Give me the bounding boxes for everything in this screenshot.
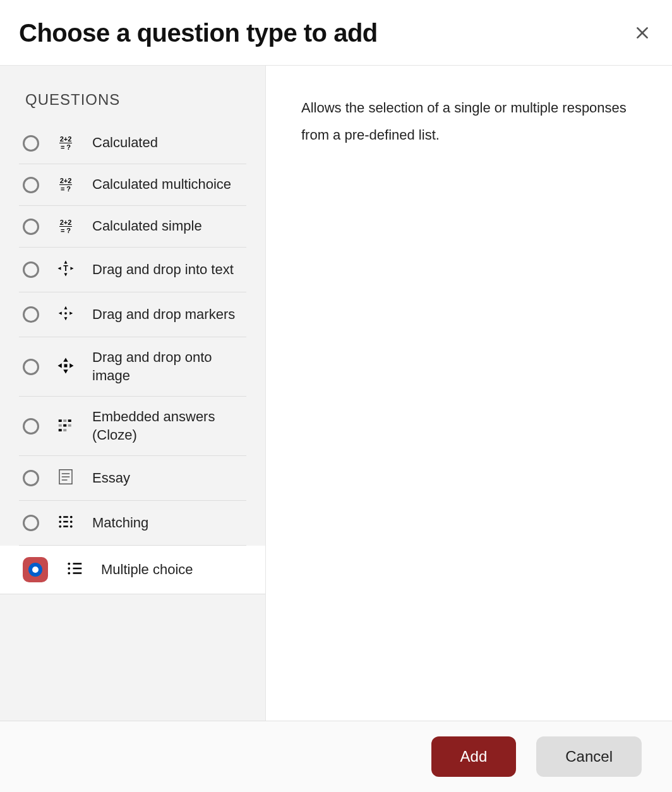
radio-multichoice[interactable] bbox=[23, 557, 48, 582]
svg-rect-43 bbox=[73, 573, 82, 575]
question-type-panel[interactable]: QUESTIONS 2+2= ?Calculated2+2= ?Calculat… bbox=[0, 66, 265, 721]
qtype-option-ddwtos[interactable]: TDrag and drop into text bbox=[19, 248, 246, 292]
radio-ddwtos[interactable] bbox=[23, 261, 39, 278]
radio-match[interactable] bbox=[23, 515, 39, 531]
svg-rect-16 bbox=[64, 364, 68, 367]
mc-icon bbox=[62, 559, 87, 580]
qtype-label: Calculated multichoice bbox=[92, 176, 231, 194]
svg-rect-23 bbox=[59, 429, 62, 431]
svg-marker-3 bbox=[64, 261, 68, 264]
svg-marker-12 bbox=[63, 357, 68, 361]
svg-rect-37 bbox=[63, 526, 68, 528]
radio-calculated[interactable] bbox=[23, 135, 39, 152]
cancel-button[interactable]: Cancel bbox=[536, 736, 642, 777]
svg-rect-17 bbox=[59, 419, 62, 422]
svg-point-11 bbox=[64, 312, 67, 315]
svg-marker-4 bbox=[64, 273, 68, 277]
dialog-header: Choose a question type to add bbox=[0, 0, 672, 66]
dialog-footer: Add Cancel bbox=[0, 721, 672, 792]
radio-multianswer[interactable] bbox=[23, 418, 39, 435]
svg-marker-13 bbox=[63, 369, 68, 373]
svg-rect-41 bbox=[73, 563, 82, 565]
svg-point-34 bbox=[70, 525, 73, 528]
svg-rect-36 bbox=[63, 521, 68, 523]
svg-rect-22 bbox=[68, 424, 71, 427]
qtype-option-multianswer[interactable]: Embedded answers (Cloze) bbox=[19, 397, 246, 456]
radio-essay[interactable] bbox=[23, 470, 39, 486]
qtype-label: Matching bbox=[92, 514, 148, 532]
qtype-label: Drag and drop into text bbox=[92, 261, 234, 279]
qtype-option-ddimageortext[interactable]: Drag and drop onto image bbox=[19, 337, 246, 397]
svg-marker-6 bbox=[71, 267, 74, 270]
dragimg-icon bbox=[53, 356, 78, 378]
question-type-list: 2+2= ?Calculated2+2= ?Calculated multich… bbox=[0, 123, 265, 594]
qtype-option-calculated[interactable]: 2+2= ?Calculated bbox=[19, 123, 246, 164]
svg-marker-9 bbox=[59, 312, 62, 315]
svg-point-40 bbox=[68, 572, 70, 575]
svg-rect-19 bbox=[68, 419, 71, 422]
dragtext-icon: T bbox=[53, 259, 78, 280]
svg-rect-35 bbox=[63, 517, 68, 519]
radio-calculatedsimple[interactable] bbox=[23, 219, 39, 235]
qtype-label: Calculated bbox=[92, 134, 158, 152]
radio-ddimageortext[interactable] bbox=[23, 359, 39, 375]
svg-point-29 bbox=[59, 516, 61, 519]
svg-marker-8 bbox=[64, 317, 68, 320]
svg-marker-14 bbox=[58, 363, 62, 368]
qtype-label: Calculated simple bbox=[92, 217, 202, 236]
essay-icon bbox=[53, 467, 78, 489]
qtype-option-essay[interactable]: Essay bbox=[19, 456, 246, 501]
calc-icon: 2+2= ? bbox=[53, 219, 78, 234]
cloze-icon bbox=[53, 416, 78, 437]
svg-rect-21 bbox=[63, 424, 66, 427]
svg-point-39 bbox=[68, 568, 70, 570]
svg-point-38 bbox=[68, 563, 70, 565]
qtype-option-match[interactable]: Matching bbox=[19, 501, 246, 546]
qtype-label: Multiple choice bbox=[101, 561, 193, 579]
question-type-description: Allows the selection of a single or mult… bbox=[301, 95, 637, 149]
svg-point-32 bbox=[70, 516, 73, 519]
close-button[interactable] bbox=[632, 20, 653, 47]
qtype-option-calculatedmulti[interactable]: 2+2= ?Calculated multichoice bbox=[19, 164, 246, 206]
section-heading-questions: QUESTIONS bbox=[0, 66, 265, 123]
close-icon bbox=[634, 25, 651, 41]
svg-rect-24 bbox=[63, 429, 66, 431]
calc-icon: 2+2= ? bbox=[53, 177, 78, 193]
dialog-body: QUESTIONS 2+2= ?Calculated2+2= ?Calculat… bbox=[0, 66, 672, 721]
svg-point-33 bbox=[70, 521, 73, 524]
svg-text:T: T bbox=[63, 264, 68, 273]
qtype-label: Drag and drop markers bbox=[92, 306, 235, 324]
qtype-label: Essay bbox=[92, 469, 130, 488]
qtype-option-calculatedsimple[interactable]: 2+2= ?Calculated simple bbox=[19, 206, 246, 248]
qtype-label: Embedded answers (Cloze) bbox=[92, 408, 243, 444]
svg-marker-7 bbox=[64, 306, 68, 309]
svg-rect-20 bbox=[59, 424, 62, 427]
qtype-label: Drag and drop onto image bbox=[92, 349, 243, 385]
calc-icon: 2+2= ? bbox=[53, 136, 78, 151]
dragmarkers-icon bbox=[53, 304, 78, 325]
radio-calculatedmulti[interactable] bbox=[23, 177, 39, 193]
svg-rect-18 bbox=[63, 419, 66, 422]
svg-marker-15 bbox=[69, 363, 73, 368]
svg-rect-42 bbox=[73, 568, 82, 570]
svg-point-30 bbox=[59, 521, 61, 524]
qtype-option-ddmarker[interactable]: Drag and drop markers bbox=[19, 292, 246, 337]
qtype-option-multichoice[interactable]: Multiple choice bbox=[0, 546, 265, 594]
description-panel: Allows the selection of a single or mult… bbox=[265, 66, 672, 721]
match-icon bbox=[53, 512, 78, 534]
svg-marker-5 bbox=[58, 267, 61, 270]
radio-ddmarker[interactable] bbox=[23, 306, 39, 323]
add-button[interactable]: Add bbox=[431, 736, 517, 777]
svg-marker-10 bbox=[69, 312, 73, 315]
dialog-title: Choose a question type to add bbox=[19, 19, 378, 47]
svg-point-31 bbox=[59, 525, 61, 528]
